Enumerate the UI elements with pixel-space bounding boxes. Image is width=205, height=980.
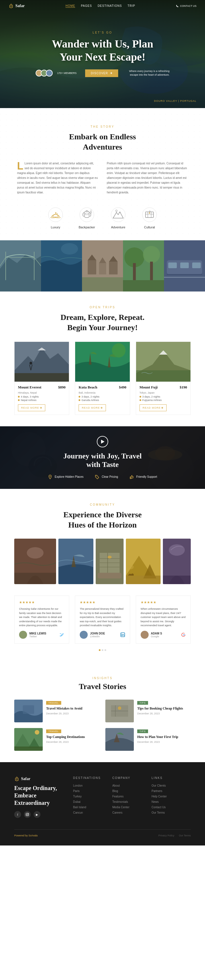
story-section: THE STORY Embark on Endless Adventures L… xyxy=(0,108,205,240)
footer-link-clients[interactable]: Our Clients xyxy=(152,784,191,787)
hero-location: DOURO VALLEY | PORTUGAL xyxy=(154,100,197,102)
blog-title-4: How to Plan Your First Trip xyxy=(137,735,178,740)
testimonial-2: ★★★★★ The personalized itinerary they cr… xyxy=(75,595,130,644)
stars-2: ★★★★★ xyxy=(80,600,125,605)
footer-legal: Privacy Policy Our Terms xyxy=(158,834,191,837)
footer-link-blog[interactable]: Blog xyxy=(112,789,152,792)
svg-point-46 xyxy=(96,476,96,476)
hero-avatars xyxy=(35,70,53,76)
testimonial-author-3: ADAM S Google xyxy=(141,631,186,639)
blog-date-3: December 28, 2023 xyxy=(46,741,85,743)
dot-1[interactable] xyxy=(99,649,101,651)
footer-link-features[interactable]: Features xyxy=(112,795,152,798)
testimonial-text-3: When unforeseen circumstances disrupted … xyxy=(141,607,186,627)
footer-link-london[interactable]: London xyxy=(73,784,112,787)
logo-text: Safar xyxy=(15,4,25,8)
blog-post-2: TIPS Tips for Booking Cheap Flights Dece… xyxy=(105,700,191,722)
blog-date-2: December 28, 2023 xyxy=(137,712,183,715)
footer-link-testimonials[interactable]: Testimonials xyxy=(112,800,152,803)
testimonial-author-1: MIKE LEWIS Twitter xyxy=(19,631,64,639)
blog-title: Travel Stories xyxy=(14,682,191,691)
trip-card-fuji: Mount Fuji $190 Tokyo, Japan 3 days, 2 n… xyxy=(136,342,191,415)
footer-link-partners[interactable]: Partners xyxy=(152,789,191,792)
arrow-icon xyxy=(110,72,112,75)
footer-col-company: COMPANY About Blog Features Testimonials… xyxy=(112,776,152,818)
footer-link-turkey[interactable]: Turkey xyxy=(73,795,112,798)
trip-header-everest: Mount Everest $890 xyxy=(18,385,66,390)
community-gallery xyxy=(14,539,191,584)
svg-rect-38 xyxy=(136,370,191,382)
trip-btn-fuji[interactable]: READ MORE xyxy=(139,404,167,411)
footer-link-bali[interactable]: Bali Island xyxy=(73,806,112,809)
svg-point-45 xyxy=(50,476,51,477)
svg-point-74 xyxy=(27,814,28,815)
svg-rect-25 xyxy=(150,262,153,280)
avatar-3 xyxy=(46,70,53,76)
footer-link-news[interactable]: News xyxy=(152,800,191,803)
member-count: 170+ MEMBERS xyxy=(57,72,77,75)
footer-privacy-link[interactable]: Privacy Policy xyxy=(158,834,174,837)
footer-logo-icon xyxy=(14,776,19,781)
nav-links: HOME PAGES DESTINATIONS TRIP xyxy=(66,4,135,8)
trip-header-kuta: Kuta Beach $490 xyxy=(78,385,126,390)
author-avatar-1 xyxy=(19,631,27,639)
footer-link-dubai[interactable]: Dubai xyxy=(73,800,112,803)
footer-link-cancun[interactable]: Cancun xyxy=(73,811,112,814)
nav-logo[interactable]: Safar xyxy=(8,3,25,8)
discover-button[interactable]: DISCOVER xyxy=(85,69,118,77)
blog-section: INSIGHTS Travel Stories TRAVEL Travel Mi… xyxy=(0,662,205,762)
footer-link-terms[interactable]: Our Terms xyxy=(152,811,191,814)
google-icon xyxy=(181,632,186,637)
testimonial-3: ★★★★★ When unforeseen circumstances disr… xyxy=(136,595,191,644)
footer-link-help[interactable]: Help Center xyxy=(152,795,191,798)
svg-rect-70 xyxy=(14,746,43,751)
instagram-social-icon[interactable] xyxy=(24,811,31,818)
gallery-img-train xyxy=(164,240,205,291)
svg-rect-61 xyxy=(163,576,191,584)
svg-point-71 xyxy=(35,730,39,735)
footer-tagline: Escape Ordinary, Embrace Extraordinary xyxy=(14,784,73,807)
blog-grid: TRAVEL Travel Mistakes to Avoid December… xyxy=(14,700,191,751)
trip-airline-kuta: Garuda Airlines xyxy=(78,399,126,402)
pagination-dots[interactable] xyxy=(14,649,191,651)
blog-img-plan xyxy=(105,728,134,751)
nav-destinations[interactable]: DESTINATIONS xyxy=(98,4,122,8)
gallery-img-forest xyxy=(123,240,164,291)
facebook-social-icon[interactable]: f xyxy=(14,811,21,818)
trip-card-body-kuta: Kuta Beach $490 Bali, Indonesia 3 days, … xyxy=(75,382,130,415)
dot-2[interactable] xyxy=(102,649,103,651)
footer: Safar Escape Ordinary, Embrace Extraordi… xyxy=(0,762,205,845)
footer-link-about[interactable]: About xyxy=(112,784,152,787)
svg-point-23 xyxy=(143,246,160,263)
trip-btn-kuta[interactable]: READ MORE xyxy=(78,404,106,411)
dot-3[interactable] xyxy=(104,649,106,651)
trip-location-fuji: Tokyo, Japan xyxy=(139,391,187,394)
blog-title-1: Travel Mistakes to Avoid xyxy=(46,706,82,711)
footer-link-paris[interactable]: Paris xyxy=(73,789,112,792)
nav-trip[interactable]: TRIP xyxy=(128,4,135,8)
trips-title: Dream, Explore, Repeat. Begin Your Journ… xyxy=(14,312,191,333)
trip-btn-everest[interactable]: READ MORE xyxy=(18,404,45,411)
footer-terms-link[interactable]: Our Terms xyxy=(179,834,191,837)
nav-contact[interactable]: CONTACT US xyxy=(176,5,197,7)
testimonials-container: ★★★★★ Choosing Safar Adventures for our … xyxy=(14,595,191,644)
svg-rect-57 xyxy=(126,576,161,584)
trip-img-kuta xyxy=(75,342,130,382)
trip-card-kuta: Kuta Beach $490 Bali, Indonesia 3 days, … xyxy=(75,342,130,415)
nav-pages[interactable]: PAGES xyxy=(81,4,92,8)
nav-home[interactable]: HOME xyxy=(66,4,75,8)
blog-date-4: December 28, 2023 xyxy=(137,741,178,743)
feature-clear-pricing: Clear Pricing xyxy=(95,475,118,479)
youtube-social-icon[interactable]: ▶ xyxy=(34,811,40,818)
blog-title-3: Top Camping Destinations xyxy=(46,735,85,740)
author-info-2: JOHN DOE LinkedIn xyxy=(90,632,118,638)
blog-tag-2: TIPS xyxy=(137,701,148,705)
footer-link-media[interactable]: Media Center xyxy=(112,806,152,809)
blog-img-flights xyxy=(105,700,134,722)
footer-link-contact[interactable]: Contact Us xyxy=(152,806,191,809)
arrow-right-icon-2 xyxy=(100,406,103,409)
footer-link-careers[interactable]: Careers xyxy=(112,811,152,814)
play-button[interactable] xyxy=(97,436,108,447)
svg-rect-50 xyxy=(14,573,56,584)
blog-post-4-content: TIPS How to Plan Your First Trip Decembe… xyxy=(137,728,178,743)
